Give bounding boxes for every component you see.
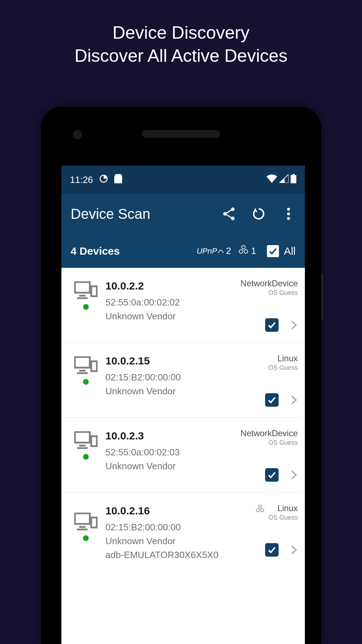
svg-point-12 <box>244 250 248 253</box>
device-mac: 52:55:0a:00:02:03 <box>105 447 241 458</box>
share-button[interactable] <box>222 207 236 221</box>
app-screen: 11:26 Device <box>61 166 305 644</box>
svg-rect-28 <box>77 529 88 530</box>
app-bar: Device Scan <box>61 194 305 234</box>
svg-point-10 <box>287 217 290 220</box>
svg-rect-27 <box>79 526 86 528</box>
upnp-filter[interactable]: UPnP 2 <box>197 245 231 256</box>
check-icon <box>267 470 277 480</box>
svg-point-30 <box>257 509 260 512</box>
device-row[interactable]: 10.0.2.3 52:55:0a:00:02:03 Unknown Vendo… <box>61 418 305 493</box>
device-ip: 10.0.2.15 <box>105 355 265 367</box>
device-vendor: Unknown Vendor <box>105 311 241 322</box>
svg-point-4 <box>223 212 227 216</box>
chevron-right-icon[interactable] <box>290 321 298 329</box>
chevron-right-icon[interactable] <box>290 471 298 479</box>
device-os: NetworkDevice <box>241 278 298 288</box>
sd-card-icon <box>114 174 122 186</box>
online-status-dot <box>83 454 89 460</box>
devices-icon <box>74 513 98 532</box>
svg-point-13 <box>242 245 245 249</box>
device-row[interactable]: 10.0.2.15 02:15:B2:00:00:00 Unknown Vend… <box>61 343 305 418</box>
svg-rect-25 <box>91 436 97 446</box>
svg-rect-29 <box>91 518 97 527</box>
device-row[interactable]: 10.0.2.2 52:55:0a:00:02:02 Unknown Vendo… <box>61 268 305 343</box>
check-icon <box>267 320 277 330</box>
device-os-sub: OS Guess <box>241 289 298 297</box>
more-vert-icon <box>287 208 290 220</box>
wifi-icon <box>267 174 277 185</box>
filter-bar: 4 Devices UPnP 2 1 <box>61 234 305 268</box>
svg-rect-20 <box>77 372 88 374</box>
device-checkbox[interactable] <box>265 468 279 482</box>
devices-icon <box>74 356 98 375</box>
device-os-sub: OS Guess <box>241 439 298 447</box>
select-all-toggle[interactable]: All <box>267 245 296 257</box>
bonjour-filter[interactable]: 1 <box>238 244 256 258</box>
svg-point-9 <box>287 212 290 215</box>
chevron-right-icon[interactable] <box>290 546 298 554</box>
check-icon <box>267 395 277 405</box>
online-status-dot <box>83 304 89 310</box>
bonjour-count: 1 <box>251 245 256 256</box>
svg-rect-24 <box>77 447 88 449</box>
svg-rect-2 <box>292 174 295 175</box>
bonjour-icon <box>238 244 249 258</box>
svg-line-6 <box>226 210 231 213</box>
svg-line-7 <box>226 215 231 218</box>
select-all-label: All <box>284 245 296 257</box>
signal-icon <box>279 174 289 185</box>
promo-line2: Discover All Active Devices <box>0 44 362 67</box>
svg-rect-17 <box>91 286 97 296</box>
svg-point-8 <box>287 208 290 211</box>
device-os: Linux <box>268 503 298 513</box>
promo-title: Device Discovery Discover All Active Dev… <box>0 21 362 67</box>
device-list: 10.0.2.2 52:55:0a:00:02:02 Unknown Vendo… <box>61 268 305 571</box>
bonjour-icon <box>256 504 265 515</box>
check-icon <box>268 247 278 256</box>
svg-rect-15 <box>79 295 86 297</box>
svg-rect-21 <box>91 361 97 371</box>
devices-icon <box>74 431 98 450</box>
device-os-sub: OS Guess <box>268 364 298 372</box>
phone-frame: 11:26 Device <box>41 107 321 644</box>
svg-point-31 <box>261 509 264 512</box>
more-button[interactable] <box>281 207 296 221</box>
svg-point-5 <box>231 217 235 220</box>
device-ip: 10.0.2.3 <box>105 430 241 442</box>
chevron-right-icon[interactable] <box>290 396 298 404</box>
device-row[interactable]: 10.0.2.16 02:15:B2:00:00:00 Unknown Vend… <box>61 493 305 571</box>
select-all-checkbox <box>267 245 279 257</box>
check-icon <box>267 545 277 555</box>
upnp-count: 2 <box>226 245 231 256</box>
status-time: 11:26 <box>70 174 93 185</box>
svg-point-32 <box>259 505 262 508</box>
device-ip: 10.0.2.16 <box>105 505 256 517</box>
device-hostname: adb-EMULATOR30X6X5X0 <box>105 550 256 561</box>
svg-rect-16 <box>77 297 88 299</box>
svg-rect-22 <box>75 432 90 443</box>
promo-line1: Device Discovery <box>0 21 362 44</box>
device-checkbox[interactable] <box>265 543 279 557</box>
phone-camera <box>73 130 82 139</box>
svg-rect-14 <box>75 282 90 293</box>
device-checkbox[interactable] <box>265 393 279 407</box>
svg-rect-19 <box>79 370 86 372</box>
device-count-label: 4 Devices <box>71 245 197 257</box>
svg-rect-26 <box>75 513 90 524</box>
online-status-dot <box>83 535 89 541</box>
data-saver-icon <box>99 174 108 185</box>
refresh-button[interactable] <box>252 207 266 221</box>
device-checkbox[interactable] <box>265 318 279 332</box>
device-os-sub: OS Guess <box>268 514 298 521</box>
device-mac: 02:15:B2:00:00:00 <box>105 372 265 383</box>
svg-rect-1 <box>291 175 296 183</box>
devices-icon <box>74 281 98 301</box>
device-mac: 52:55:0a:00:02:02 <box>105 297 241 308</box>
svg-rect-23 <box>79 445 86 447</box>
device-mac: 02:15:B2:00:00:00 <box>105 522 256 533</box>
device-os: Linux <box>268 353 298 363</box>
device-vendor: Unknown Vendor <box>105 461 241 472</box>
svg-rect-18 <box>75 357 90 368</box>
device-vendor: Unknown Vendor <box>105 386 265 397</box>
